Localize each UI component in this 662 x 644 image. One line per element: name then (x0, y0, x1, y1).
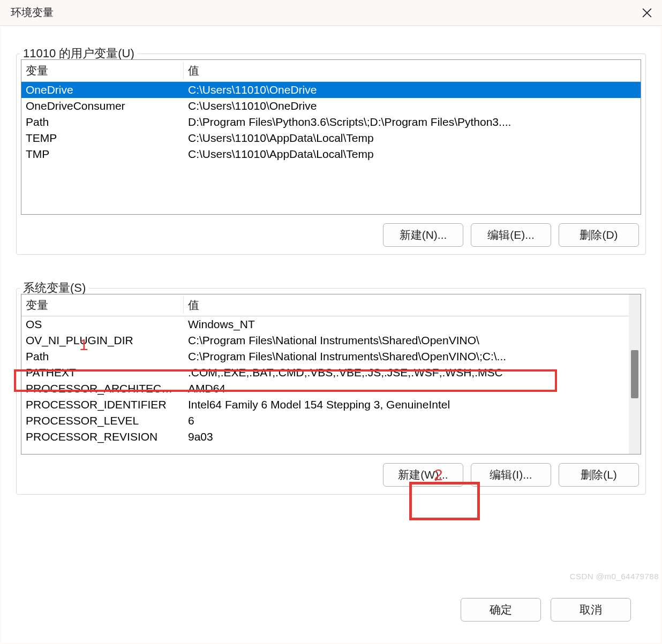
table-row[interactable]: PROCESSOR_REVISION 9a03 (21, 429, 629, 445)
table-row[interactable]: OneDriveConsumer C:\Users\11010\OneDrive (21, 98, 641, 114)
titlebar: 环境变量 (0, 0, 662, 26)
annotation-label-2: 2 (434, 466, 443, 484)
column-variable[interactable]: 变量 (21, 297, 184, 314)
table-row[interactable]: OV_NI_PLUGIN_DIR C:\Program Files\Nation… (21, 332, 629, 348)
dialog-buttons: 确定 取消 (16, 594, 646, 632)
delete-user-var-button[interactable]: 删除(D) (559, 223, 639, 247)
new-sys-var-button[interactable]: 新建(W)... (383, 463, 463, 487)
table-row[interactable]: OneDrive C:\Users\11010\OneDrive (21, 82, 641, 98)
user-variables-group: 11010 的用户变量(U) 变量 值 OneDrive C:\Users\11… (16, 54, 646, 255)
sys-vars-table[interactable]: 变量 值 OS Windows_NT OV_NI_PLUGIN_DIR C:\P… (21, 294, 641, 454)
table-header: 变量 值 (21, 294, 629, 316)
delete-sys-var-button[interactable]: 删除(L) (559, 463, 639, 487)
edit-user-var-button[interactable]: 编辑(E)... (471, 223, 551, 247)
table-row[interactable]: PROCESSOR_ARCHITECTU... AMD64 (21, 381, 629, 397)
user-vars-buttons: 新建(N)... 编辑(E)... 删除(D) (21, 223, 641, 247)
scrollbar[interactable] (629, 294, 641, 454)
scroll-thumb[interactable] (631, 350, 638, 398)
watermark: CSDN @m0_64479788 (570, 572, 659, 581)
edit-sys-var-button[interactable]: 编辑(I)... (471, 463, 551, 487)
table-row[interactable]: OS Windows_NT (21, 316, 629, 332)
cancel-button[interactable]: 取消 (551, 598, 631, 622)
table-header: 变量 值 (21, 60, 641, 82)
sys-vars-buttons: 新建(W)... 编辑(I)... 删除(L) (21, 463, 641, 487)
close-icon (642, 8, 652, 18)
window-title: 环境变量 (11, 5, 54, 20)
user-vars-table[interactable]: 变量 值 OneDrive C:\Users\11010\OneDrive On… (21, 59, 641, 215)
table-row[interactable]: Path C:\Program Files\National Instrumen… (21, 348, 629, 365)
table-row[interactable]: PATHEXT .COM;.EXE;.BAT;.CMD;.VBS;.VBE;.J… (21, 365, 629, 381)
close-button[interactable] (632, 0, 662, 26)
ok-button[interactable]: 确定 (461, 598, 541, 622)
table-row[interactable]: TEMP C:\Users\11010\AppData\Local\Temp (21, 130, 641, 146)
system-variables-group: 系统变量(S) 变量 值 OS Windows_NT OV_NI_PLUGIN_… (16, 288, 646, 495)
environment-variables-dialog: 环境变量 11010 的用户变量(U) 变量 值 OneDrive C:\Use… (0, 0, 662, 644)
column-value[interactable]: 值 (184, 62, 641, 79)
table-row[interactable]: TMP C:\Users\11010\AppData\Local\Temp (21, 146, 641, 162)
annotation-label-1: 1 (79, 336, 88, 354)
column-variable[interactable]: 变量 (21, 62, 184, 79)
dialog-content: 11010 的用户变量(U) 变量 值 OneDrive C:\Users\11… (1, 27, 661, 643)
new-user-var-button[interactable]: 新建(N)... (383, 223, 463, 247)
column-value[interactable]: 值 (184, 297, 629, 314)
table-row[interactable]: Path D:\Program Files\Python3.6\Scripts\… (21, 114, 641, 130)
table-row[interactable]: PROCESSOR_LEVEL 6 (21, 413, 629, 429)
table-row[interactable]: PROCESSOR_IDENTIFIER Intel64 Family 6 Mo… (21, 397, 629, 413)
